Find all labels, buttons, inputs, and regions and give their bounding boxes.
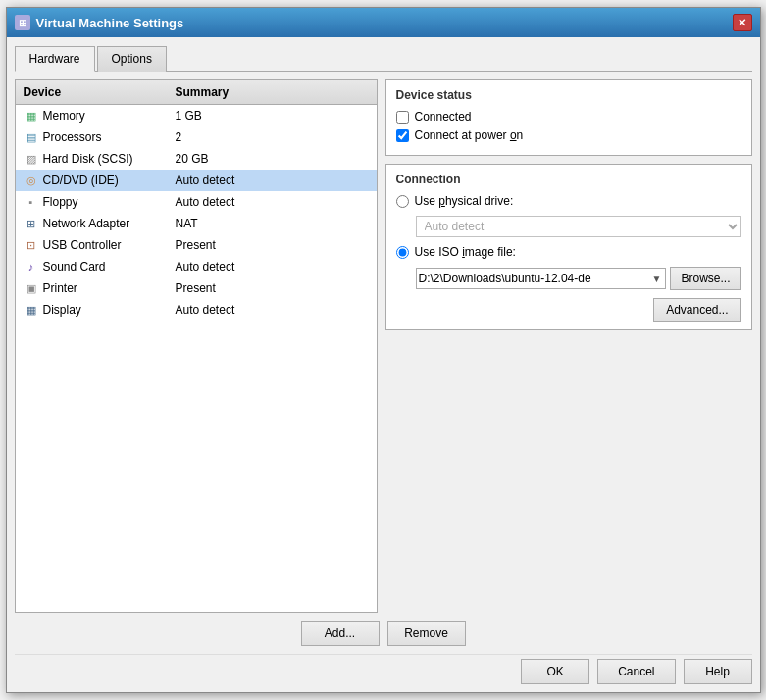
- browse-button[interactable]: Browse...: [670, 267, 740, 290]
- device-cell-processors: ▤ Processors: [20, 128, 172, 146]
- tab-options[interactable]: Options: [97, 46, 167, 72]
- summary-cell-memory: 1 GB: [172, 108, 373, 124]
- device-row-hard-disk[interactable]: ▨ Hard Disk (SCSI) 20 GB: [16, 148, 377, 170]
- device-row-network[interactable]: ⊞ Network Adapter NAT: [16, 213, 377, 234]
- summary-cell-processors: 2: [172, 129, 373, 145]
- floppy-icon: ▪: [24, 194, 39, 210]
- device-cell-memory: ▦ Memory: [20, 107, 172, 125]
- connection-group: Connection Use physical drive: Auto dete…: [385, 164, 752, 330]
- summary-cell-display: Auto detect: [172, 302, 373, 318]
- use-physical-label: Use physical drive:: [415, 194, 514, 208]
- cancel-button[interactable]: Cancel: [597, 659, 675, 684]
- physical-drive-dropdown-row: Auto detect: [416, 216, 741, 237]
- device-name-network: Network Adapter: [43, 217, 130, 230]
- iso-path-display: D:\2\Downloads\ubuntu-12.04-de ▼: [416, 268, 667, 289]
- device-row-printer[interactable]: ▣ Printer Present: [16, 277, 377, 299]
- device-row-display[interactable]: ▦ Display Auto detect: [16, 299, 377, 321]
- device-name-cdvd: CD/DVD (IDE): [43, 174, 119, 187]
- summary-col-header: Summary: [172, 83, 373, 101]
- memory-icon: ▦: [24, 108, 39, 124]
- device-panel: Device Summary ▦ Memory 1 GB: [15, 79, 378, 613]
- iso-file-row: D:\2\Downloads\ubuntu-12.04-de ▼ Browse.…: [416, 267, 741, 290]
- window-icon: ⊞: [15, 15, 30, 30]
- device-row-sound[interactable]: ♪ Sound Card Auto detect: [16, 256, 377, 277]
- device-status-title: Device status: [396, 88, 741, 102]
- device-name-display: Display: [43, 303, 81, 317]
- use-iso-row: Use ISO image file:: [396, 245, 741, 259]
- window-content: Hardware Options Device Summary ▦ Memory: [7, 37, 760, 692]
- iso-path-text: D:\2\Downloads\ubuntu-12.04-de: [419, 272, 650, 285]
- advanced-row: Advanced...: [396, 298, 741, 322]
- use-iso-radio[interactable]: [396, 246, 409, 259]
- sound-icon: ♪: [24, 259, 39, 275]
- device-cell-hard-disk: ▨ Hard Disk (SCSI): [20, 150, 172, 168]
- connected-checkbox[interactable]: [396, 111, 409, 124]
- summary-cell-sound: Auto detect: [172, 259, 373, 275]
- device-name-sound: Sound Card: [43, 260, 106, 274]
- cdrom-icon: ◎: [24, 173, 39, 188]
- advanced-button[interactable]: Advanced...: [653, 298, 740, 322]
- device-name-floppy: Floppy: [43, 195, 78, 209]
- device-cell-floppy: ▪ Floppy: [20, 193, 172, 211]
- connect-at-power-checkbox[interactable]: [396, 129, 409, 142]
- device-cell-cdvd: ◎ CD/DVD (IDE): [20, 172, 172, 189]
- printer-icon: ▣: [24, 280, 39, 296]
- device-table-body: ▦ Memory 1 GB ▤ Processors 2: [16, 105, 377, 612]
- device-name-memory: Memory: [43, 109, 85, 123]
- device-status-group: Device status Connected Connect at power…: [385, 79, 752, 156]
- device-row-cdvd[interactable]: ◎ CD/DVD (IDE) Auto detect: [16, 170, 377, 191]
- device-name-usb: USB Controller: [43, 238, 122, 252]
- device-cell-usb: ⊡ USB Controller: [20, 236, 172, 254]
- device-col-header: Device: [20, 83, 172, 101]
- device-row-floppy[interactable]: ▪ Floppy Auto detect: [16, 191, 377, 213]
- device-table-header: Device Summary: [16, 80, 377, 105]
- connected-row: Connected: [396, 110, 741, 124]
- connect-at-power-row: Connect at power on: [396, 128, 741, 142]
- use-iso-label: Use ISO image file:: [415, 245, 516, 259]
- device-row-processors[interactable]: ▤ Processors 2: [16, 126, 377, 148]
- device-name-processors: Processors: [43, 130, 102, 144]
- device-cell-network: ⊞ Network Adapter: [20, 215, 172, 232]
- summary-cell-printer: Present: [172, 280, 373, 296]
- summary-cell-floppy: Auto detect: [172, 194, 373, 210]
- device-name-printer: Printer: [43, 281, 77, 295]
- cpu-icon: ▤: [24, 129, 39, 145]
- use-physical-row: Use physical drive:: [396, 194, 741, 208]
- device-cell-sound: ♪ Sound Card: [20, 258, 172, 275]
- summary-cell-cdvd: Auto detect: [172, 173, 373, 188]
- add-remove-row: Add... Remove: [15, 621, 752, 646]
- use-physical-radio[interactable]: [396, 195, 409, 208]
- summary-cell-hard-disk: 20 GB: [172, 151, 373, 167]
- device-cell-display: ▦ Display: [20, 301, 172, 319]
- hard-disk-icon: ▨: [24, 151, 39, 167]
- device-cell-printer: ▣ Printer: [20, 279, 172, 297]
- network-icon: ⊞: [24, 216, 39, 231]
- ok-button[interactable]: OK: [521, 659, 589, 684]
- virtual-machine-settings-window: ⊞ Virtual Machine Settings ✕ Hardware Op…: [6, 7, 761, 693]
- close-button[interactable]: ✕: [733, 14, 752, 31]
- title-bar: ⊞ Virtual Machine Settings ✕: [7, 8, 760, 37]
- title-bar-left: ⊞ Virtual Machine Settings: [15, 15, 184, 30]
- main-content: Device Summary ▦ Memory 1 GB: [15, 79, 752, 613]
- connected-label: Connected: [415, 110, 472, 124]
- device-row-memory[interactable]: ▦ Memory 1 GB: [16, 105, 377, 126]
- iso-dropdown-arrow[interactable]: ▼: [650, 274, 664, 284]
- display-icon: ▦: [24, 302, 39, 318]
- window-title: Virtual Machine Settings: [36, 16, 184, 30]
- remove-button[interactable]: Remove: [387, 621, 466, 646]
- tab-bar: Hardware Options: [15, 45, 752, 72]
- bottom-panel: Add... Remove OK Cancel Help: [15, 621, 752, 684]
- device-row-usb[interactable]: ⊡ USB Controller Present: [16, 234, 377, 256]
- device-name-hard-disk: Hard Disk (SCSI): [43, 152, 133, 166]
- add-button[interactable]: Add...: [301, 621, 380, 646]
- connection-title: Connection: [396, 173, 741, 186]
- ok-cancel-row: OK Cancel Help: [15, 654, 752, 684]
- usb-icon: ⊡: [24, 237, 39, 253]
- connect-at-power-label: Connect at power on: [415, 128, 524, 142]
- summary-cell-usb: Present: [172, 237, 373, 253]
- settings-panel: Device status Connected Connect at power…: [385, 79, 752, 613]
- physical-drive-dropdown[interactable]: Auto detect: [416, 216, 741, 237]
- help-button[interactable]: Help: [684, 659, 752, 684]
- tab-hardware[interactable]: Hardware: [15, 46, 95, 72]
- summary-cell-network: NAT: [172, 216, 373, 231]
